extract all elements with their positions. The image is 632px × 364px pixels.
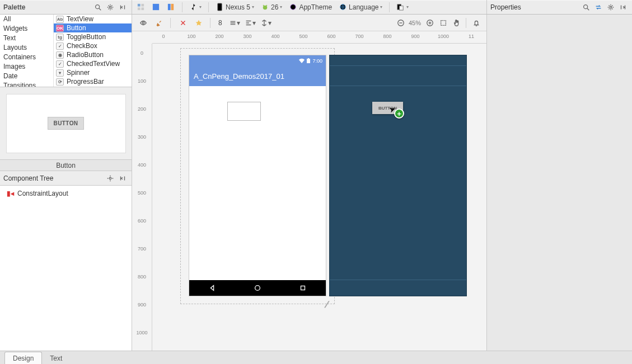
svg-point-21 xyxy=(109,177,111,179)
tab-text[interactable]: Text xyxy=(41,352,71,364)
drop-target-outline xyxy=(227,102,261,121)
zoom-percent: 45% xyxy=(409,20,421,26)
battery-icon xyxy=(307,58,310,63)
palette-item[interactable]: ✓CheckBox xyxy=(54,41,132,50)
tab-design[interactable]: Design xyxy=(4,352,42,364)
orientation-icon[interactable]: ▾ xyxy=(187,2,204,12)
brush-icon[interactable] xyxy=(153,17,165,29)
palette-item[interactable]: ⟳ProgressBar xyxy=(54,77,132,86)
collapse-right-icon[interactable] xyxy=(617,2,629,13)
status-time: 7:00 xyxy=(312,58,322,64)
nav-back-icon xyxy=(208,284,216,292)
notifications-icon[interactable] xyxy=(471,17,482,29)
infer-constraints-icon[interactable] xyxy=(193,17,204,29)
properties-title: Properties xyxy=(490,3,521,11)
palette-item[interactable]: OKButton xyxy=(54,23,132,32)
ruler-tick: 1000 xyxy=(438,34,449,39)
zoom-fit-icon[interactable] xyxy=(438,17,449,29)
zoom-in-icon[interactable] xyxy=(424,17,436,29)
grid-mode-icon[interactable] xyxy=(149,2,162,12)
palette-item-label: CheckedTextView xyxy=(67,60,120,68)
api-selector[interactable]: 26▾ xyxy=(259,2,284,12)
svg-point-18 xyxy=(584,4,588,8)
palette-item-icon: Ab xyxy=(56,16,64,23)
palette-item[interactable]: ◉RadioButton xyxy=(54,50,132,59)
palette-item-label: Button xyxy=(67,24,86,32)
zoom-out-icon[interactable] xyxy=(395,17,406,29)
palette-category[interactable]: All xyxy=(0,15,53,24)
svg-rect-30 xyxy=(308,58,309,59)
design-surface[interactable]: 7:00 A_CnPeng_Demos2017_01 xyxy=(189,55,326,296)
palette-category[interactable]: Date xyxy=(0,72,53,81)
preview-widget-button: BUTTON xyxy=(48,117,85,130)
eye-icon[interactable] xyxy=(138,17,149,29)
clear-constraints-icon[interactable] xyxy=(177,17,189,29)
palette-category[interactable]: Images xyxy=(0,62,53,72)
blueprint-mode-icon[interactable] xyxy=(165,2,177,12)
svg-point-2 xyxy=(109,6,111,8)
ruler-tick: 400 xyxy=(271,34,279,39)
ruler-tick: 600 xyxy=(132,218,152,224)
svg-rect-4 xyxy=(141,4,144,7)
default-margin[interactable]: 8 xyxy=(216,18,224,28)
app-title: A_CnPeng_Demos2017_01 xyxy=(194,72,284,81)
ruler-tick: 900 xyxy=(411,34,419,39)
palette-item-icon: tg xyxy=(56,34,64,41)
svg-point-0 xyxy=(96,4,100,8)
palette-item[interactable]: AbTextView xyxy=(54,15,132,23)
component-tree-row[interactable]: ▮◂ ConstraintLayout xyxy=(4,189,127,198)
search-icon[interactable] xyxy=(92,2,104,13)
palette-category[interactable]: Text xyxy=(0,34,53,43)
ruler-tick: 1000 xyxy=(132,330,152,335)
svg-rect-10 xyxy=(218,3,222,11)
ruler-tick: 11 xyxy=(469,34,474,39)
device-selector[interactable]: Nexus 5▾ xyxy=(213,2,256,12)
status-bar: 7:00 xyxy=(189,55,326,66)
swap-icon[interactable] xyxy=(593,2,604,13)
blueprint-surface[interactable]: BUTTON ➤ + xyxy=(330,55,466,296)
palette-item[interactable]: tgToggleButton xyxy=(54,32,132,41)
palette-item[interactable]: —ProgressBar (Horizontal) xyxy=(54,86,132,87)
palette-item-label: ToggleButton xyxy=(67,33,106,41)
gear-icon[interactable] xyxy=(605,2,616,13)
palette-item-icon: ✓ xyxy=(56,42,64,50)
svg-rect-7 xyxy=(153,4,159,10)
palette-item-label: RadioButton xyxy=(67,51,104,59)
ruler-tick: 500 xyxy=(132,190,152,196)
ruler-tick: 0 xyxy=(162,34,165,39)
select-mode-icon[interactable] xyxy=(134,2,147,12)
palette-item-icon: ◉ xyxy=(56,51,64,59)
gear-icon[interactable] xyxy=(105,2,116,13)
palette-category[interactable]: Widgets xyxy=(0,24,53,34)
align-icon[interactable]: ▾ xyxy=(245,17,256,29)
palette-item[interactable]: ✓CheckedTextView xyxy=(54,59,132,68)
svg-rect-5 xyxy=(138,7,141,10)
language-label: Language xyxy=(349,3,378,11)
ruler-tick: 700 xyxy=(355,34,363,39)
svg-rect-32 xyxy=(301,286,305,290)
theme-selector[interactable]: AppTheme xyxy=(287,2,334,12)
svg-rect-17 xyxy=(400,6,404,11)
pan-icon[interactable] xyxy=(451,17,462,29)
palette-item[interactable]: ▾Spinner xyxy=(54,68,132,77)
palette-category[interactable]: Containers xyxy=(0,53,53,62)
palette-category[interactable]: Layouts xyxy=(0,43,53,53)
collapse-icon[interactable] xyxy=(117,173,128,184)
palette-title: Palette xyxy=(3,3,25,11)
wifi-icon xyxy=(299,58,305,63)
search-icon[interactable] xyxy=(580,2,592,13)
language-selector[interactable]: Language▾ xyxy=(336,2,385,12)
ruler-tick: 300 xyxy=(243,34,251,39)
svg-rect-6 xyxy=(141,7,144,10)
margins-icon[interactable]: ▾ xyxy=(229,17,240,29)
collapse-icon[interactable] xyxy=(117,2,128,13)
preview-label: Button xyxy=(0,160,132,171)
pack-icon[interactable]: ▾ xyxy=(260,17,271,29)
gear-icon[interactable] xyxy=(105,173,116,184)
ruler-tick: 600 xyxy=(327,34,335,39)
palette-category[interactable]: Transitions xyxy=(0,81,53,87)
ruler-tick: 800 xyxy=(132,274,152,280)
nav-recent-icon xyxy=(299,284,307,292)
variants-icon[interactable]: ▾ xyxy=(394,2,411,12)
ruler-tick: 200 xyxy=(215,34,223,39)
